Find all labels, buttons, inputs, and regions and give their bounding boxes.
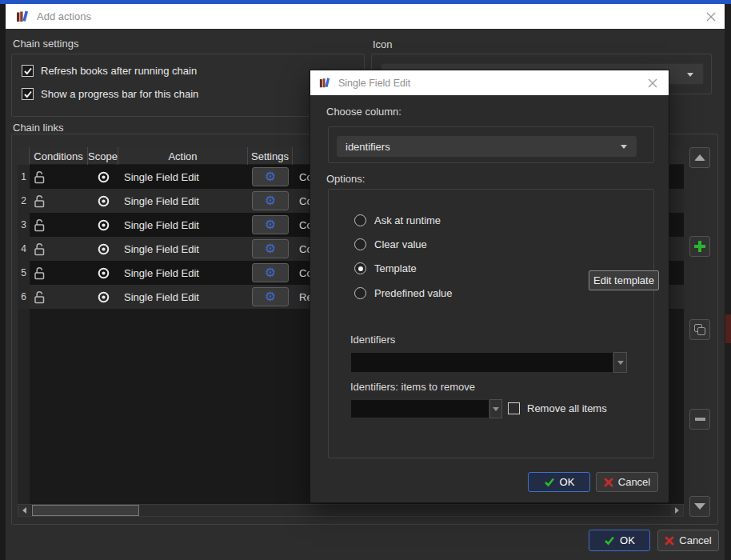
background-right-edge bbox=[725, 4, 731, 560]
unlock-icon bbox=[34, 290, 46, 304]
move-up-button[interactable] bbox=[689, 147, 710, 168]
radio-label: Ask at runtime bbox=[374, 214, 441, 226]
checkbox-checked-icon bbox=[22, 88, 34, 100]
items-to-remove-input[interactable] bbox=[350, 399, 489, 418]
conditions-cell bbox=[30, 237, 88, 261]
copy-icon bbox=[694, 324, 706, 336]
settings-cell: ⚙ bbox=[248, 261, 293, 285]
scope-target-icon bbox=[97, 194, 110, 208]
table-corner-cell bbox=[18, 147, 30, 165]
unlock-icon bbox=[34, 218, 46, 232]
background-red-fragment bbox=[725, 314, 731, 343]
conditions-cell bbox=[30, 261, 88, 285]
settings-gear-button[interactable]: ⚙ bbox=[252, 191, 289, 210]
row-number: 6 bbox=[18, 285, 30, 309]
settings-gear-button[interactable]: ⚙ bbox=[252, 263, 289, 282]
conditions-cell bbox=[30, 189, 88, 213]
radio-label: Clear value bbox=[374, 238, 427, 250]
add-link-button[interactable] bbox=[689, 236, 710, 257]
settings-gear-button[interactable]: ⚙ bbox=[252, 167, 289, 186]
calibre-books-icon bbox=[318, 77, 332, 89]
identifiers-dropdown-button[interactable] bbox=[613, 352, 627, 373]
settings-gear-button[interactable]: ⚙ bbox=[252, 215, 289, 234]
move-down-button[interactable] bbox=[689, 496, 710, 517]
progress-bar-checkbox[interactable]: Show a progress bar for this chain bbox=[22, 88, 198, 100]
scroll-left-button[interactable] bbox=[18, 505, 30, 516]
checkbox-label: Refresh books after running chain bbox=[41, 65, 197, 77]
radio-option[interactable]: Ask at runtime bbox=[354, 214, 441, 227]
radio-option[interactable]: Clear value bbox=[354, 238, 427, 251]
radio-label: Predefined value bbox=[374, 287, 453, 299]
settings-cell: ⚙ bbox=[248, 237, 293, 261]
unlock-icon bbox=[34, 242, 46, 256]
column-value: identifiers bbox=[346, 141, 390, 153]
scrollbar-thumb[interactable] bbox=[32, 505, 139, 516]
choose-column-label: Choose column: bbox=[326, 106, 401, 118]
column-dropdown[interactable]: identifiers bbox=[337, 136, 637, 157]
chain-settings-label: Chain settings bbox=[13, 38, 78, 50]
conditions-cell bbox=[30, 165, 88, 189]
unlock-icon bbox=[34, 170, 46, 184]
arrow-right-icon bbox=[675, 507, 679, 514]
items-to-remove-dropdown-button[interactable] bbox=[489, 399, 502, 418]
cancel-label: Cancel bbox=[618, 476, 650, 488]
settings-gear-button[interactable]: ⚙ bbox=[252, 239, 289, 258]
column-header[interactable]: Conditions bbox=[30, 147, 88, 165]
options-groupbox: Edit template Identifiers Identifiers: i… bbox=[328, 189, 654, 458]
row-number: 5 bbox=[18, 261, 30, 285]
close-icon[interactable] bbox=[646, 77, 659, 90]
radio-option[interactable]: Predefined value bbox=[354, 286, 453, 300]
scope-cell bbox=[88, 189, 118, 213]
identifiers-input[interactable] bbox=[350, 352, 613, 373]
radio-option[interactable]: Template bbox=[354, 262, 417, 275]
refresh-books-checkbox[interactable]: Refresh books after running chain bbox=[22, 65, 197, 77]
main-ok-button[interactable]: OK bbox=[589, 530, 650, 551]
main-cancel-button[interactable]: Cancel bbox=[657, 530, 719, 551]
column-header[interactable]: Scope bbox=[88, 147, 118, 165]
remove-all-items-checkbox[interactable]: Remove all items bbox=[508, 402, 607, 414]
edit-template-button[interactable]: Edit template bbox=[589, 270, 659, 290]
action-cell: Single Field Edit bbox=[118, 165, 248, 189]
minus-icon bbox=[695, 418, 705, 421]
settings-cell: ⚙ bbox=[248, 213, 293, 237]
gear-icon: ⚙ bbox=[265, 242, 276, 255]
ok-label: OK bbox=[620, 534, 635, 546]
ok-label: OK bbox=[560, 476, 575, 488]
chain-links-label: Chain links bbox=[13, 122, 64, 134]
settings-cell: ⚙ bbox=[248, 189, 293, 213]
modal-ok-button[interactable]: OK bbox=[528, 472, 590, 492]
scope-target-icon bbox=[97, 242, 110, 256]
items-to-remove-label: Identifiers: items to remove bbox=[350, 381, 475, 393]
action-cell: Single Field Edit bbox=[118, 261, 248, 285]
modal-cancel-button[interactable]: Cancel bbox=[596, 472, 658, 492]
single-field-edit-dialog: Single Field Edit Choose column: identif… bbox=[310, 70, 669, 502]
unlock-icon bbox=[34, 266, 46, 280]
radio-icon bbox=[354, 238, 366, 250]
row-number: 4 bbox=[18, 237, 30, 261]
action-cell: Single Field Edit bbox=[118, 285, 248, 309]
scope-cell bbox=[88, 165, 118, 189]
settings-gear-button[interactable]: ⚙ bbox=[252, 287, 289, 306]
checkbox-unchecked-icon bbox=[508, 402, 520, 414]
remove-link-button[interactable] bbox=[689, 409, 710, 430]
close-icon[interactable] bbox=[705, 10, 717, 23]
column-header[interactable]: Settings bbox=[248, 147, 293, 165]
column-header[interactable]: Action bbox=[118, 147, 248, 165]
settings-cell: ⚙ bbox=[248, 285, 293, 309]
gear-icon: ⚙ bbox=[265, 290, 276, 303]
arrow-down-icon bbox=[694, 503, 705, 510]
action-cell: Single Field Edit bbox=[118, 189, 248, 213]
copy-link-button[interactable] bbox=[689, 319, 710, 340]
radio-label: Template bbox=[374, 262, 417, 274]
gear-icon: ⚙ bbox=[265, 266, 276, 279]
arrow-up-icon bbox=[694, 154, 705, 161]
modal-titlebar: Single Field Edit bbox=[310, 70, 669, 95]
scope-cell bbox=[88, 237, 118, 261]
radio-icon bbox=[354, 214, 366, 226]
screen: Add actions Chain settings Refresh books… bbox=[0, 0, 731, 560]
conditions-cell bbox=[30, 213, 88, 237]
scroll-right-button[interactable] bbox=[671, 505, 683, 516]
checkbox-checked-icon bbox=[22, 65, 34, 77]
cancel-label: Cancel bbox=[679, 534, 711, 546]
horizontal-scrollbar[interactable] bbox=[18, 504, 684, 517]
